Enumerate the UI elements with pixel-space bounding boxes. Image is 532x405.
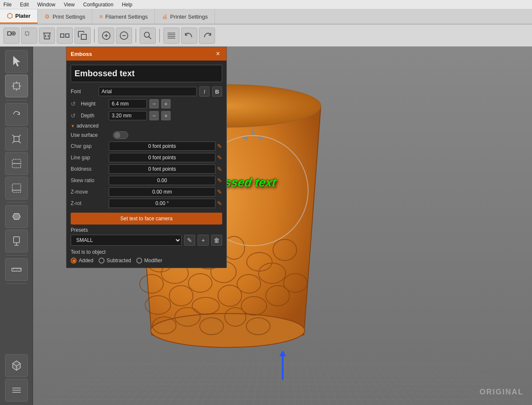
copy-btn[interactable] — [74, 28, 91, 44]
boldness-edit-btn[interactable]: ✎ — [217, 166, 222, 172]
advanced-section-header[interactable]: ▼ advanced — [71, 123, 222, 129]
line-gap-label: Line gap — [71, 155, 109, 161]
tab-filament-settings[interactable]: ≡ Filament Settings — [92, 9, 155, 24]
panel-header: Emboss × — [66, 47, 226, 61]
bold-btn[interactable]: B — [212, 86, 222, 97]
tool-cut[interactable] — [5, 152, 28, 175]
preset-edit-btn[interactable]: ✎ — [184, 235, 195, 246]
z-move-input[interactable] — [109, 187, 215, 197]
depth-row: ↺ Depth − + — [71, 111, 222, 120]
preset-add-btn[interactable]: + — [198, 235, 209, 246]
depth-label: Depth — [81, 113, 106, 119]
use-surface-row: Use surface — [71, 131, 222, 139]
undo-btn[interactable] — [181, 28, 197, 44]
skew-ratio-input-container: ✎ — [109, 176, 222, 185]
plater-icon: ⬡ — [7, 12, 13, 20]
z-move-row: Z-move ✎ — [71, 187, 222, 197]
skew-ratio-edit-btn[interactable]: ✎ — [217, 177, 222, 184]
menu-edit[interactable]: Edit — [18, 1, 30, 8]
height-decrement-btn[interactable]: − — [149, 99, 159, 108]
text-is-to-object-label: Text is to object — [71, 249, 222, 255]
z-rot-input[interactable] — [109, 199, 215, 208]
panel-title: Emboss — [71, 51, 92, 57]
tab-print-settings-label: Print Settings — [52, 14, 85, 20]
tool-sep-3 — [6, 255, 27, 255]
char-gap-edit-btn[interactable]: ✎ — [217, 143, 222, 150]
svg-marker-21 — [14, 57, 19, 66]
line-gap-input[interactable] — [109, 153, 215, 162]
close-button[interactable]: × — [214, 50, 222, 58]
delete-btn[interactable] — [39, 28, 55, 44]
depth-increment-btn[interactable]: + — [161, 111, 171, 120]
skew-ratio-input[interactable] — [109, 176, 215, 185]
add-part-btn[interactable] — [98, 28, 114, 44]
canvas-area[interactable]: Embossed text ORIGINAL Emboss × Font — [33, 47, 532, 405]
tool-scale[interactable] — [5, 128, 28, 150]
preset-select[interactable]: SMALL — [71, 235, 182, 246]
tool-select[interactable] — [5, 50, 28, 73]
tool-move[interactable] — [5, 75, 28, 97]
tool-rotate[interactable] — [5, 103, 28, 126]
radio-modifier[interactable]: Modifier — [136, 258, 163, 264]
depth-input[interactable] — [109, 111, 147, 120]
face-camera-button[interactable]: Set text to face camera — [71, 213, 222, 225]
tool-sep-1 — [6, 100, 27, 100]
tool-measure[interactable] — [5, 177, 28, 200]
radio-modifier-circle — [136, 258, 142, 264]
height-reset-btn[interactable]: ↺ — [71, 100, 78, 107]
advanced-label: advanced — [77, 123, 99, 129]
add-object-btn[interactable] — [3, 28, 19, 44]
remove-part-btn[interactable] — [116, 28, 132, 44]
menu-file[interactable]: File — [2, 1, 13, 8]
tool-support[interactable] — [5, 230, 28, 252]
z-move-edit-btn[interactable]: ✎ — [217, 189, 222, 195]
use-surface-toggle[interactable] — [113, 131, 128, 139]
redo-btn[interactable] — [199, 28, 215, 44]
tool-view-cube[interactable] — [5, 354, 28, 377]
menu-window[interactable]: Window — [36, 1, 57, 8]
depth-decrement-btn[interactable]: − — [149, 111, 159, 120]
preset-delete-btn[interactable]: 🗑 — [211, 235, 222, 246]
font-input[interactable] — [99, 87, 197, 96]
arrange-btn[interactable] — [57, 28, 73, 44]
tab-plater[interactable]: ⬡ Plater — [0, 9, 38, 24]
boldness-input[interactable] — [109, 164, 215, 174]
svg-point-15 — [144, 32, 149, 37]
radio-modifier-label: Modifier — [144, 258, 163, 264]
height-input[interactable] — [109, 99, 147, 108]
tabbar: ⬡ Plater ⚙ Print Settings ≡ Filament Set… — [0, 9, 532, 25]
menubar: File Edit Window View Configuration Help — [0, 0, 532, 9]
line-gap-input-container: ✎ — [109, 153, 222, 162]
menu-help[interactable]: Help — [120, 1, 134, 8]
tab-filament-settings-label: Filament Settings — [105, 14, 148, 20]
z-rot-edit-btn[interactable]: ✎ — [217, 200, 222, 207]
tool-fill[interactable] — [5, 205, 28, 228]
depth-reset-btn[interactable]: ↺ — [71, 112, 78, 119]
font-label: Font — [71, 89, 96, 94]
emboss-panel: Emboss × Font I B ↺ Height − — [66, 47, 227, 268]
svg-line-31 — [19, 141, 21, 143]
svg-rect-9 — [81, 34, 86, 39]
grid-btn[interactable] — [163, 28, 179, 44]
blue-arrow-head — [279, 350, 286, 356]
italic-btn[interactable]: I — [199, 86, 209, 97]
svg-line-29 — [19, 135, 21, 137]
height-label: Height — [81, 101, 106, 107]
tab-print-settings[interactable]: ⚙ Print Settings — [38, 9, 92, 24]
line-gap-edit-btn[interactable]: ✎ — [217, 154, 222, 161]
select-btn[interactable] — [21, 28, 37, 44]
blue-arrow-group — [279, 350, 286, 380]
tab-printer-settings[interactable]: 🖨 Printer Settings — [155, 9, 215, 24]
radio-subtracted[interactable]: Subtracted — [99, 258, 131, 264]
menu-view[interactable]: View — [62, 1, 77, 8]
char-gap-input[interactable] — [109, 141, 215, 151]
menu-configuration[interactable]: Configuration — [82, 1, 115, 8]
toolbar-sep-2 — [135, 29, 136, 42]
radio-added[interactable]: Added — [71, 258, 94, 264]
tool-layers[interactable] — [5, 379, 28, 402]
tool-ruler[interactable] — [5, 258, 28, 281]
embossed-text-input[interactable] — [71, 65, 222, 82]
search-btn[interactable] — [140, 28, 156, 44]
height-increment-btn[interactable]: + — [161, 99, 171, 108]
svg-rect-0 — [8, 32, 11, 35]
